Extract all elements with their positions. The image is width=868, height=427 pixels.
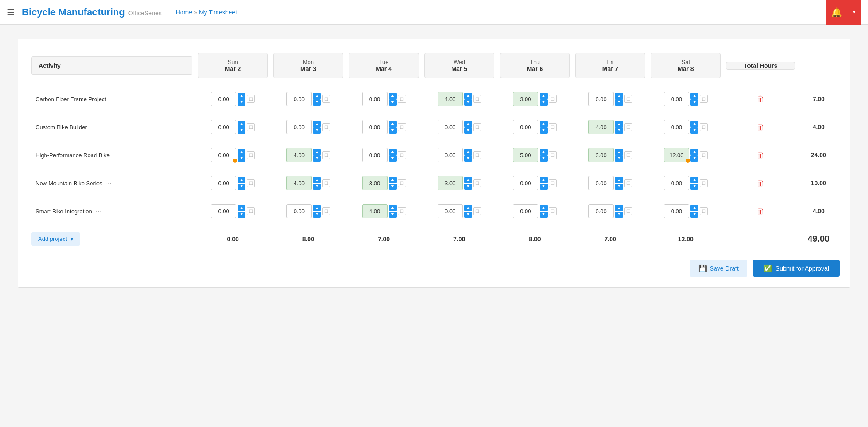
spin-down-button[interactable]: ▼ [615, 184, 623, 190]
hour-input[interactable] [438, 204, 463, 218]
spin-up-button[interactable]: ▲ [238, 149, 245, 155]
hour-input[interactable] [211, 148, 236, 162]
hour-input[interactable] [588, 204, 614, 218]
hour-input[interactable] [286, 204, 312, 218]
hour-input[interactable] [513, 120, 538, 134]
hour-input[interactable] [362, 92, 388, 106]
note-icon[interactable]: ☐ [398, 179, 406, 187]
note-icon[interactable]: ☐ [549, 207, 557, 215]
hour-input[interactable] [664, 120, 689, 134]
save-draft-button[interactable]: 💾 Save Draft [690, 260, 747, 277]
spin-down-button[interactable]: ▼ [615, 155, 623, 162]
hour-input[interactable] [438, 120, 463, 134]
spin-down-button[interactable]: ▼ [690, 184, 698, 190]
spin-down-button[interactable]: ▼ [313, 99, 321, 106]
spin-up-button[interactable]: ▲ [238, 93, 245, 99]
spin-up-button[interactable]: ▲ [313, 93, 321, 99]
hour-input[interactable] [513, 92, 538, 106]
spin-down-button[interactable]: ▼ [389, 127, 397, 134]
spin-up-button[interactable]: ▲ [389, 93, 397, 99]
spin-down-button[interactable]: ▼ [540, 184, 548, 190]
spin-up-button[interactable]: ▲ [615, 205, 623, 211]
note-icon[interactable]: ☐ [247, 95, 255, 103]
spin-down-button[interactable]: ▼ [615, 99, 623, 106]
spin-up-button[interactable]: ▲ [540, 205, 548, 211]
spin-down-button[interactable]: ▼ [313, 212, 321, 218]
note-icon[interactable]: ☐ [398, 95, 406, 103]
spin-down-button[interactable]: ▼ [540, 99, 548, 106]
spin-down-button[interactable]: ▼ [238, 212, 245, 218]
hour-input[interactable] [664, 92, 689, 106]
spin-up-button[interactable]: ▲ [690, 205, 698, 211]
spin-up-button[interactable]: ▲ [464, 205, 472, 211]
note-icon[interactable]: ☐ [624, 123, 632, 131]
spin-up-button[interactable]: ▲ [238, 177, 245, 183]
delete-row-button[interactable]: 🗑 [755, 151, 766, 159]
note-icon[interactable]: ☐ [700, 179, 708, 187]
spin-up-button[interactable]: ▲ [389, 121, 397, 127]
spin-down-button[interactable]: ▼ [690, 127, 698, 134]
note-icon[interactable]: ☐ [700, 151, 708, 159]
note-icon[interactable]: ☐ [473, 151, 481, 159]
spin-up-button[interactable]: ▲ [313, 149, 321, 155]
note-icon[interactable]: ☐ [549, 123, 557, 131]
row-menu-icon[interactable]: ··· [89, 123, 98, 131]
hour-input[interactable] [513, 176, 538, 190]
row-menu-icon[interactable]: ··· [104, 179, 113, 187]
spin-up-button[interactable]: ▲ [615, 149, 623, 155]
spin-up-button[interactable]: ▲ [313, 177, 321, 183]
hour-input[interactable] [513, 148, 538, 162]
note-icon[interactable]: ☐ [322, 151, 330, 159]
note-icon[interactable]: ☐ [247, 123, 255, 131]
spin-down-button[interactable]: ▼ [690, 155, 698, 162]
delete-row-button[interactable]: 🗑 [755, 207, 766, 215]
hour-input[interactable] [513, 204, 538, 218]
note-icon[interactable]: ☐ [624, 207, 632, 215]
note-icon[interactable]: ☐ [247, 151, 255, 159]
hour-input[interactable] [286, 120, 312, 134]
spin-down-button[interactable]: ▼ [389, 99, 397, 106]
hour-input[interactable] [211, 120, 236, 134]
hour-input[interactable] [286, 148, 312, 162]
spin-down-button[interactable]: ▼ [615, 212, 623, 218]
note-icon[interactable]: ☐ [473, 179, 481, 187]
spin-up-button[interactable]: ▲ [389, 177, 397, 183]
submit-approval-button[interactable]: ✅ Submit for Approval [753, 260, 840, 277]
spin-down-button[interactable]: ▼ [389, 155, 397, 162]
add-project-button[interactable]: Add project▾ [31, 232, 80, 246]
hour-input[interactable] [286, 176, 312, 190]
spin-down-button[interactable]: ▼ [540, 155, 548, 162]
spin-up-button[interactable]: ▲ [238, 205, 245, 211]
hour-input[interactable] [211, 92, 236, 106]
spin-down-button[interactable]: ▼ [464, 184, 472, 190]
spin-up-button[interactable]: ▲ [615, 121, 623, 127]
note-icon[interactable]: ☐ [473, 207, 481, 215]
hour-input[interactable] [362, 120, 388, 134]
spin-up-button[interactable]: ▲ [464, 177, 472, 183]
note-icon[interactable]: ☐ [322, 95, 330, 103]
spin-up-button[interactable]: ▲ [540, 177, 548, 183]
row-menu-icon[interactable]: ··· [94, 207, 103, 215]
spin-up-button[interactable]: ▲ [615, 93, 623, 99]
hamburger-icon[interactable]: ☰ [7, 7, 15, 18]
spin-down-button[interactable]: ▼ [540, 212, 548, 218]
hour-input[interactable] [438, 148, 463, 162]
spin-up-button[interactable]: ▲ [464, 93, 472, 99]
spin-down-button[interactable]: ▼ [464, 99, 472, 106]
spin-up-button[interactable]: ▲ [540, 93, 548, 99]
delete-row-button[interactable]: 🗑 [755, 95, 766, 103]
delete-row-button[interactable]: 🗑 [755, 123, 766, 131]
hour-input[interactable] [438, 92, 463, 106]
spin-up-button[interactable]: ▲ [313, 205, 321, 211]
note-icon[interactable]: ☐ [700, 123, 708, 131]
note-icon[interactable]: ☐ [549, 151, 557, 159]
hour-input[interactable] [664, 176, 689, 190]
note-icon[interactable]: ☐ [398, 123, 406, 131]
spin-up-button[interactable]: ▲ [690, 93, 698, 99]
spin-up-button[interactable]: ▲ [615, 177, 623, 183]
spin-down-button[interactable]: ▼ [238, 127, 245, 134]
note-icon[interactable]: ☐ [473, 123, 481, 131]
note-icon[interactable]: ☐ [247, 179, 255, 187]
nav-home-link[interactable]: Home [176, 9, 192, 16]
spin-up-button[interactable]: ▲ [464, 149, 472, 155]
